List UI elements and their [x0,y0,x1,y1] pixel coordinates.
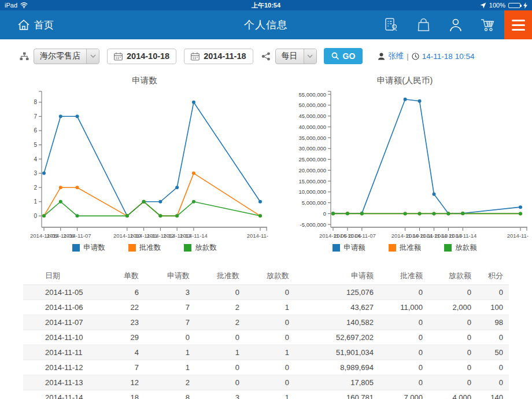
home-button[interactable]: 首页 [17,10,54,39]
value-cell: 7 [140,300,191,315]
frequency-select[interactable]: 每日 [275,49,317,64]
svg-text:2014-11-07: 2014-11-07 [64,232,91,239]
user-name-link[interactable]: 张维 [388,51,404,61]
chart-title: 申请额(人民币) [278,75,532,88]
value-cell: 52,697,202 [290,330,375,345]
date-to-field[interactable]: 2014-11-18 [184,49,253,64]
legend-label: 放款额 [455,243,477,253]
home-label: 首页 [34,19,54,32]
value-cell: 18 [110,390,140,399]
date-to-value: 2014-11-18 [204,51,246,61]
date-cell: 2014-11-13 [23,375,110,390]
menu-button[interactable] [504,10,532,39]
svg-text:5: 5 [34,142,37,148]
org-tree-icon [20,52,29,61]
value-cell: 0 [424,315,472,330]
column-header: 单数 [110,267,140,285]
column-header: 放款数 [241,267,290,285]
value-cell: 0 [375,360,424,375]
value-cell: 0 [472,360,509,375]
value-cell: 4 [110,345,140,360]
table-row: 2014-11-102900052,697,202000 [23,330,509,345]
value-cell: 0 [241,375,290,390]
charging-bolt-icon [523,2,527,9]
applications-count-chart: 申请数 0123456782014-11-052014-11-062014-11… [17,75,272,253]
legend-item[interactable]: 批准数 [128,243,161,253]
value-cell: 140,582 [290,315,375,330]
svg-text:2014-11-14: 2014-11-14 [449,232,476,239]
user-info: 张维 | 14-11-18 10:54 [378,51,474,61]
clock-time: 上午10:54 [252,1,280,10]
value-cell: 1 [140,360,191,375]
date-from-value: 2014-10-18 [127,51,169,61]
legend-item[interactable]: 放款数 [184,243,217,253]
legend-label: 批准数 [139,243,161,253]
chart-legend: 申请数批准数放款数 [17,243,272,253]
clock-icon [412,53,419,60]
bag-icon[interactable] [416,17,431,32]
value-cell: 1 [241,390,290,399]
legend-swatch-icon [444,244,452,252]
svg-text:45,000,000: 45,000,000 [298,113,326,119]
value-cell: 0 [191,375,241,390]
legend-swatch-icon [72,244,80,252]
value-cell: 1 [241,300,290,315]
column-header: 日期 [23,267,110,285]
svg-text:2014-11-07: 2014-11-07 [348,232,376,239]
contact-search-icon[interactable] [384,17,399,32]
value-cell: 4,000 [424,390,472,399]
table-row: 2014-11-1418831160,7817,0004,000140 [23,390,509,399]
calendar-icon [191,52,200,61]
home-icon [17,19,30,31]
legend-item[interactable]: 放款额 [444,243,477,253]
user-icon [378,53,385,60]
value-cell: 0 [375,345,424,360]
svg-text:20,000,000: 20,000,000 [298,167,326,173]
value-cell: 23 [110,315,140,330]
chart-title: 申请数 [17,75,272,88]
device-label: iPad [5,2,17,9]
value-cell: 125,076 [290,285,375,300]
legend-item[interactable]: 申请额 [332,243,365,253]
column-header: 批准额 [375,267,424,285]
value-cell: 0 [424,360,472,375]
value-cell: 2 [191,315,241,330]
column-header: 申请额 [290,267,375,285]
svg-text:35,000,000: 35,000,000 [298,135,326,141]
value-cell: 0 [424,345,472,360]
value-cell: 0 [140,330,191,345]
svg-text:2014-11-14: 2014-11-14 [180,232,208,239]
frequency-select-value: 每日 [276,49,304,64]
legend-swatch-icon [332,244,340,252]
value-cell: 0 [472,330,509,345]
nav-bar: 首页 个人信息 [0,10,532,39]
table-row: 2014-11-056300125,076000 [23,285,509,300]
screen: iPad 上午10:54 100% 首页 个人信息 [0,0,532,399]
chart-legend: 申请额批准额放款额 [278,243,532,253]
value-cell: 3 [191,390,241,399]
date-from-field[interactable]: 2014-10-18 [107,49,176,64]
value-cell: 0 [191,330,241,345]
column-header: 申请数 [140,267,191,285]
value-cell: 0 [472,375,509,390]
legend-item[interactable]: 申请数 [72,243,105,253]
value-cell: 8,989,694 [290,360,375,375]
chevron-down-icon [304,49,316,64]
legend-label: 申请额 [343,243,365,253]
value-cell: 0 [375,285,424,300]
legend-item[interactable]: 批准额 [389,243,422,253]
go-button[interactable]: GO [324,48,363,64]
calendar-icon [114,52,123,61]
date-cell: 2014-11-06 [23,300,110,315]
svg-text:3: 3 [34,170,37,176]
store-select[interactable]: 海尔零售店 [34,49,99,64]
value-cell: 0 [424,285,472,300]
date-cell: 2014-11-14 [23,390,110,399]
date-cell: 2014-11-07 [23,315,110,330]
svg-text:50,000,000: 50,000,000 [298,102,326,108]
table-row: 2014-11-131220017,805000 [23,375,509,390]
value-cell: 1 [191,345,241,360]
cart-icon[interactable] [481,17,496,32]
status-bar: iPad 上午10:54 100% [0,0,532,10]
person-icon[interactable] [448,17,463,32]
